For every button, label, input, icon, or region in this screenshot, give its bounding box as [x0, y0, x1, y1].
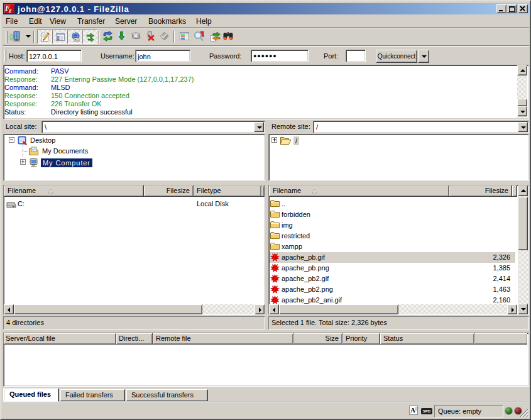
svg-text:z: z	[8, 6, 12, 14]
svg-text:A: A	[410, 406, 415, 414]
